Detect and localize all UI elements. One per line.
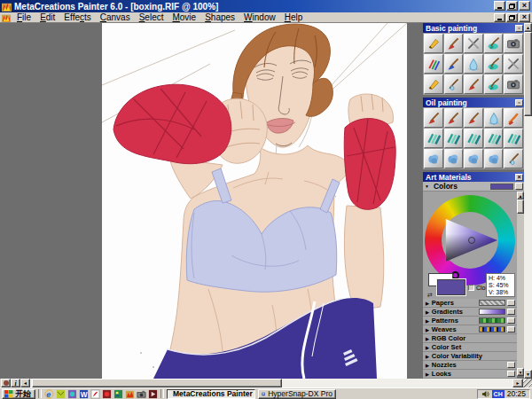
menu-item-file[interactable]: File — [12, 12, 35, 22]
section-menu-button[interactable] — [507, 317, 515, 324]
word-quick-launch-icon[interactable]: W — [79, 389, 89, 399]
section-patterns[interactable]: ▶Patterns — [423, 317, 517, 325]
papers-preview[interactable] — [479, 300, 505, 306]
painting-canvas[interactable] — [102, 23, 407, 379]
art-materials-palette-titlebar[interactable]: Art Materials × — [423, 172, 524, 182]
menu-item-canvas[interactable]: Canvas — [96, 12, 135, 22]
colors-section-header[interactable]: ▼ Colors — [423, 182, 524, 192]
waterbrush-tool-button[interactable] — [484, 74, 504, 94]
scroll-right-button[interactable]: ► — [512, 379, 523, 387]
section-gradients[interactable]: ▶Gradients — [423, 308, 517, 317]
bluebrush-tool-button[interactable] — [444, 54, 464, 74]
stripes-tool-button[interactable] — [424, 129, 443, 148]
swap-colors-icon[interactable]: ⇄ — [427, 292, 433, 299]
mail-quick-launch-icon[interactable] — [56, 389, 66, 399]
menu-item-window[interactable]: Window — [239, 12, 280, 22]
restore-button[interactable] — [506, 1, 518, 11]
section-menu-button[interactable] — [507, 309, 515, 315]
scroll-up-button[interactable]: ▲ — [524, 23, 532, 32]
scratchboard-tool-button[interactable] — [464, 34, 483, 53]
expand-triangle-icon[interactable]: ▶ — [426, 345, 429, 350]
resize-grip[interactable] — [523, 379, 532, 387]
droplet-tool-button[interactable] — [484, 108, 504, 128]
section-menu-button[interactable] — [507, 371, 515, 377]
real-quick-launch-icon[interactable] — [102, 389, 112, 399]
front-color-swatch[interactable] — [437, 279, 466, 295]
section-papers[interactable]: ▶Papers — [423, 299, 517, 308]
basic-painting-palette-titlebar[interactable]: Basic painting ▫ — [423, 23, 524, 33]
palette-scroll-thumb[interactable] — [517, 200, 524, 214]
section-color-variability[interactable]: ▶Color Variability — [423, 352, 517, 361]
expand-triangle-icon[interactable]: ▶ — [426, 336, 429, 341]
ie-quick-launch-icon[interactable]: e — [44, 389, 54, 399]
palette-grid-button[interactable]: ▫ — [515, 25, 523, 32]
scroll-left-button[interactable]: ◄ — [20, 379, 30, 387]
doc-restore-button[interactable] — [506, 13, 518, 22]
task-button-painter[interactable]: MetaCreations Painter 6.... — [167, 389, 255, 399]
section-color-set[interactable]: ▶Color Set — [423, 343, 517, 352]
document-icon[interactable] — [2, 13, 11, 22]
menu-item-effects[interactable]: Effects — [59, 12, 95, 22]
section-looks[interactable]: ▶Looks — [423, 370, 517, 379]
start-button[interactable]: 开始 — [2, 389, 35, 399]
brush-tool-button[interactable] — [464, 108, 483, 128]
expand-triangle-icon[interactable]: ▶ — [426, 327, 429, 332]
section-weaves[interactable]: ▶Weaves — [423, 325, 517, 334]
painter-quick-launch-icon[interactable] — [125, 389, 135, 399]
language-indicator[interactable]: CH — [492, 390, 505, 398]
dropbrush-tool-button[interactable] — [504, 149, 523, 168]
crayons-tool-button[interactable] — [424, 54, 443, 74]
pencil-tool-button[interactable] — [424, 74, 443, 94]
section-menu-button[interactable] — [507, 362, 515, 368]
task-button-hypersnap[interactable]: HyperSnap-DX Pro — [258, 389, 336, 399]
menu-item-movie[interactable]: Movie — [168, 12, 200, 22]
expand-triangle-icon[interactable]: ▶ — [426, 372, 429, 377]
menu-item-shapes[interactable]: Shapes — [200, 12, 239, 22]
gradients-preview[interactable] — [479, 309, 505, 315]
patterns-preview[interactable] — [479, 317, 505, 324]
pencil-tool-button[interactable] — [424, 34, 443, 53]
blob-tool-button[interactable] — [464, 149, 483, 168]
brush-tool-button[interactable] — [424, 108, 443, 128]
section-menu-button[interactable] — [507, 300, 515, 306]
acrobat-quick-launch-icon[interactable] — [90, 389, 100, 399]
volume-icon[interactable] — [481, 390, 489, 398]
info-button[interactable]: i — [11, 379, 20, 387]
camera-tool-button[interactable] — [504, 74, 523, 94]
brush-tool-button[interactable] — [464, 74, 483, 94]
colors-menu-button[interactable] — [515, 183, 523, 190]
vertical-scrollbar[interactable]: ▲ ▼ — [524, 23, 532, 379]
brush-tool-button[interactable] — [444, 108, 464, 128]
camera-quick-launch-icon[interactable] — [137, 389, 146, 399]
expand-triangle-icon[interactable]: ▶ — [426, 318, 429, 324]
doc-close-button[interactable]: × — [519, 13, 530, 22]
section-rgb-color[interactable]: ▶RGB Color — [423, 334, 517, 343]
collapse-triangle-icon[interactable]: ▼ — [425, 184, 429, 189]
menu-item-help[interactable]: Help — [280, 12, 308, 22]
droplet-tool-button[interactable] — [464, 54, 483, 74]
brush-tool-button[interactable] — [444, 34, 464, 53]
expand-triangle-icon[interactable]: ▶ — [426, 301, 429, 306]
viewer-quick-launch-icon[interactable] — [67, 389, 77, 399]
oil-painting-palette-titlebar[interactable]: Oil painting ▫ — [423, 98, 524, 107]
waterbrush-tool-button[interactable] — [484, 54, 504, 74]
weaves-preview[interactable] — [479, 326, 505, 332]
palette-close-button[interactable]: × — [515, 174, 523, 181]
palette-scroll-down-button[interactable]: ▼ — [517, 368, 524, 376]
section-nozzles[interactable]: ▶Nozzles — [423, 361, 517, 370]
dropbrush-tool-button[interactable] — [444, 74, 464, 94]
palette-scrollbar[interactable]: ▲ ▼ — [517, 192, 524, 376]
blob-tool-button[interactable] — [444, 149, 464, 168]
media-quick-launch-icon[interactable] — [148, 389, 158, 399]
photos-quick-launch-icon[interactable] — [113, 389, 123, 399]
palette-scroll-up-button[interactable]: ▲ — [517, 192, 524, 200]
camera-tool-button[interactable] — [504, 34, 523, 53]
stripes-tool-button[interactable] — [504, 129, 523, 148]
stripes-tool-button[interactable] — [444, 129, 464, 148]
clone-color-checkbox[interactable] — [468, 285, 474, 291]
annotation-button[interactable] — [1, 379, 11, 387]
stripes-tool-button[interactable] — [464, 129, 483, 148]
stripes-tool-button[interactable] — [484, 129, 504, 148]
marker-tool-button[interactable] — [504, 108, 523, 128]
section-menu-button[interactable] — [507, 326, 515, 332]
